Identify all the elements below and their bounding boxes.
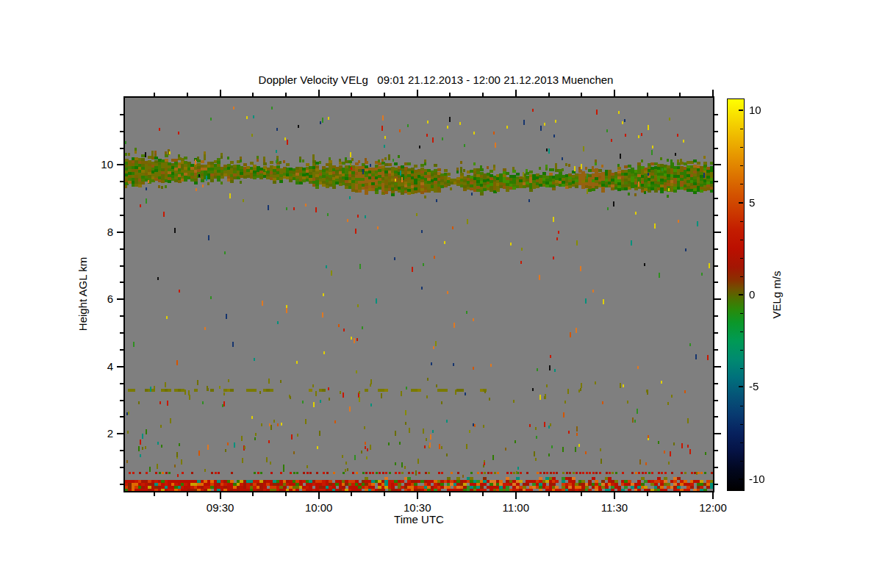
y-major-tick-right	[714, 433, 721, 434]
colorbar-tick-label: -10	[749, 473, 783, 485]
colorbar-tick-label: 0	[749, 288, 783, 301]
colorbar-minor-tick	[740, 442, 743, 443]
y-minor-tick	[120, 416, 123, 417]
x-axis-label: Time UTC	[125, 513, 713, 526]
x-tick-label: 10:30	[395, 501, 440, 514]
y-minor-tick-right	[714, 114, 718, 115]
x-minor-tick	[548, 492, 550, 496]
plot-frame	[123, 96, 714, 492]
x-minor-tick	[647, 492, 648, 496]
y-minor-tick-right	[714, 148, 718, 149]
colorbar-major-tick	[739, 110, 743, 111]
x-minor-tick-top	[187, 93, 188, 96]
y-minor-tick	[120, 349, 123, 351]
x-major-tick-top	[318, 90, 320, 96]
y-major-tick-right	[714, 164, 721, 165]
colorbar-tick-label: 5	[749, 196, 783, 209]
x-minor-tick-top	[679, 93, 681, 96]
x-minor-tick	[581, 492, 582, 496]
x-minor-tick	[351, 492, 352, 496]
chart-title: Doppler Velocity VELg 09:01 21.12.2013 -…	[125, 74, 747, 86]
colorbar-minor-tick	[740, 165, 743, 166]
colorbar-tick-label: -5	[749, 380, 783, 392]
colorbar-minor-tick	[740, 258, 743, 259]
y-major-tick-right	[714, 366, 721, 368]
y-minor-tick	[120, 131, 123, 132]
y-minor-tick-right	[714, 248, 718, 250]
y-minor-tick-right	[714, 315, 718, 317]
x-major-tick	[515, 492, 517, 499]
x-major-tick-top	[515, 90, 517, 96]
colorbar-minor-tick	[740, 240, 743, 240]
x-minor-tick	[252, 492, 254, 496]
x-minor-tick	[384, 492, 385, 496]
colorbar-tick-label: 10	[749, 104, 783, 116]
x-tick-label: 11:00	[494, 501, 538, 514]
x-minor-tick-top	[384, 93, 385, 96]
y-minor-tick	[120, 181, 123, 182]
y-major-tick-right	[714, 232, 721, 233]
colorbar-major-tick	[739, 294, 743, 295]
y-tick-label: 8	[87, 226, 113, 238]
colorbar-minor-tick	[740, 331, 743, 332]
x-tick-label: 11:30	[592, 501, 637, 514]
y-tick-label: 2	[87, 427, 113, 440]
x-minor-tick	[154, 492, 155, 496]
x-minor-tick-top	[154, 93, 155, 96]
x-major-tick-top	[417, 90, 418, 96]
colorbar-minor-tick	[740, 313, 743, 314]
y-major-tick	[117, 433, 123, 434]
x-minor-tick-top	[581, 93, 582, 96]
y-minor-tick	[120, 265, 123, 267]
x-tick-label: 10:00	[297, 501, 341, 514]
y-minor-tick-right	[714, 450, 718, 451]
x-tick-label: 09:30	[198, 501, 243, 514]
y-minor-tick	[120, 114, 123, 115]
y-minor-tick-right	[714, 265, 718, 267]
x-minor-tick	[187, 492, 188, 496]
y-minor-tick-right	[714, 349, 718, 351]
y-tick-label: 10	[87, 158, 113, 171]
x-minor-tick	[285, 492, 287, 496]
colorbar-minor-tick	[740, 368, 743, 369]
x-tick-label: 12:00	[691, 501, 735, 514]
y-minor-tick-right	[714, 198, 718, 199]
doppler-velocity-chart: Doppler Velocity VELg 09:01 21.12.2013 -…	[0, 0, 882, 588]
y-minor-tick	[120, 282, 123, 283]
x-minor-tick	[482, 492, 484, 496]
colorbar-major-tick	[739, 386, 743, 387]
x-major-tick	[318, 492, 320, 499]
colorbar-minor-tick	[740, 406, 743, 406]
y-minor-tick	[120, 484, 123, 485]
y-major-tick	[117, 164, 123, 165]
y-major-tick-right	[714, 298, 721, 300]
colorbar-minor-tick	[740, 276, 743, 277]
colorbar-major-tick	[739, 202, 743, 204]
x-major-tick-top	[712, 90, 714, 96]
y-minor-tick	[120, 198, 123, 199]
y-minor-tick-right	[714, 467, 718, 468]
y-major-tick	[117, 232, 123, 233]
y-minor-tick	[120, 215, 123, 216]
y-minor-tick-right	[714, 215, 718, 216]
x-major-tick-top	[220, 90, 221, 96]
y-minor-tick	[120, 248, 123, 250]
y-minor-tick-right	[714, 332, 718, 334]
y-minor-tick-right	[714, 181, 718, 182]
colorbar-minor-tick	[740, 424, 743, 425]
y-minor-tick-right	[714, 484, 718, 485]
y-major-tick	[117, 366, 123, 368]
y-minor-tick	[120, 148, 123, 149]
y-tick-label: 6	[87, 293, 113, 305]
x-minor-tick-top	[482, 93, 484, 96]
colorbar-minor-tick	[740, 350, 743, 351]
y-minor-tick-right	[714, 383, 718, 384]
y-minor-tick	[120, 400, 123, 401]
y-minor-tick	[120, 383, 123, 384]
x-minor-tick-top	[449, 93, 451, 96]
y-minor-tick-right	[714, 282, 718, 283]
x-minor-tick	[449, 492, 451, 496]
x-minor-tick-top	[548, 93, 550, 96]
colorbar-minor-tick	[740, 184, 743, 184]
x-minor-tick-top	[285, 93, 287, 96]
